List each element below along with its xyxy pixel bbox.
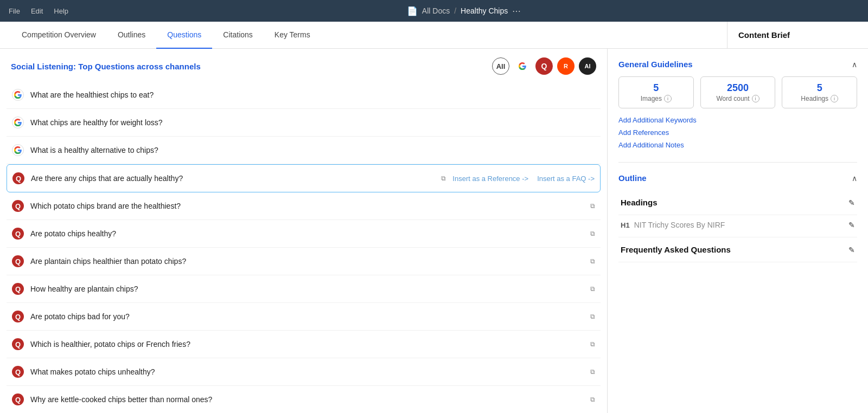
main-layout: Social Listening: Top Questions across c… [0,49,868,413]
question-item[interactable]: Q How healthy are plantain chips? ⧉ [7,275,601,303]
quora-icon: Q [12,228,24,240]
external-link-icon[interactable]: ⧉ [590,202,595,210]
quora-icon: Q [12,338,24,350]
insert-faq-button[interactable]: Insert as a FAQ -> [537,175,595,183]
stat-headings: 5 Headings i [782,76,857,108]
filter-ai[interactable]: AI [579,57,596,75]
external-link-icon[interactable]: ⧉ [590,285,595,293]
question-item[interactable]: Q Are potato chips healthy? ⧉ [7,220,601,248]
filter-google[interactable] [514,57,531,75]
headings-info-icon[interactable]: i [831,95,838,102]
filter-buttons: All Q R AI [492,57,596,75]
question-text: What makes potato chips unhealthy? [30,367,582,376]
question-item[interactable]: Q Which potato chips brand are the healt… [7,192,601,220]
question-item[interactable]: Q Are potato chips bad for you? ⧉ [7,303,601,331]
insert-reference-button[interactable]: Insert as a Reference -> [452,175,528,183]
tabbar: Competition Overview Outlines Questions … [0,22,868,49]
breadcrumb-root[interactable]: All Docs [422,7,450,15]
external-link-icon[interactable]: ⧉ [590,257,595,265]
left-panel: Social Listening: Top Questions across c… [0,49,608,413]
breadcrumb-separator: / [454,7,456,15]
tab-competition[interactable]: Competition Overview [11,22,107,49]
question-item-selected[interactable]: Q Are there any chips that are actually … [7,164,601,192]
headings-label: Headings [621,198,658,207]
edit-faq-icon[interactable]: ✎ [848,246,855,254]
general-guidelines-section: General Guidelines ∧ 5 Images i 2500 Wor… [618,60,857,149]
add-notes-link[interactable]: Add Additional Notes [618,141,857,149]
stat-images: 5 Images i [618,76,694,108]
question-text: Which potato chips brand are the healthi… [30,202,582,210]
filter-quora[interactable]: Q [535,57,553,75]
google-icon [12,89,24,101]
google-icon [12,144,24,156]
add-keywords-link[interactable]: Add Additional Keywords [618,116,857,124]
stats-row: 5 Images i 2500 Word count i 5 [618,76,857,108]
question-item[interactable]: Q What makes potato chips unhealthy? ⧉ [7,358,601,386]
outline-item-faq: Frequently Asked Questions ✎ [618,237,857,262]
quora-icon: Q [12,311,24,322]
external-link-icon[interactable]: ⧉ [590,230,595,237]
filter-all[interactable]: All [492,57,509,75]
h1-text: NIT Trichy Scores By NIRF [634,221,725,229]
menu-edit[interactable]: Edit [31,7,43,15]
question-text: Are there any chips that are actually he… [31,174,432,183]
edit-headings-icon[interactable]: ✎ [848,198,855,207]
wordcount-label: Word count i [707,95,769,102]
question-text: Which is healthier, potato chips or Fren… [30,340,582,349]
tab-outlines[interactable]: Outlines [107,22,156,49]
question-text: How healthy are plantain chips? [30,285,582,293]
edit-h1-icon[interactable]: ✎ [848,221,855,229]
question-list: What are the healthiest chips to eat? Wh… [0,81,607,413]
filter-reddit[interactable]: R [557,57,575,75]
external-link-icon[interactable]: ⧉ [590,313,595,320]
right-panel: General Guidelines ∧ 5 Images i 2500 Wor… [608,49,868,413]
general-guidelines-header: General Guidelines ∧ [618,60,857,69]
stat-wordcount: 2500 Word count i [700,76,776,108]
external-link-icon[interactable]: ⧉ [441,175,446,182]
section-header: Social Listening: Top Questions across c… [0,49,607,81]
tab-questions[interactable]: Questions [156,22,212,49]
images-label: Images i [626,95,687,102]
quora-icon: Q [12,393,24,405]
question-item[interactable]: Q Why are kettle-cooked chips better tha… [7,386,601,413]
quora-icon: Q [12,200,24,212]
outline-title: Outline [618,173,647,183]
add-references-link[interactable]: Add References [618,128,857,137]
question-item[interactable]: Q Are plantain chips healthier than pota… [7,248,601,275]
outline-item-headings: Headings ✎ [618,190,857,215]
breadcrumb-current: Healthy Chips [461,7,508,15]
headings-value: 5 [789,82,850,94]
wordcount-value: 2500 [707,82,769,94]
quora-icon: Q [12,255,24,267]
menu-file[interactable]: File [9,7,20,15]
question-text: Are potato chips healthy? [30,229,582,238]
question-text: Are plantain chips healthier than potato… [30,257,582,266]
share-icon[interactable]: ⋯ [512,6,521,16]
faq-label: Frequently Asked Questions [621,245,731,254]
content-brief-title: Content Brief [727,22,868,49]
question-item[interactable]: What chips are healthy for weight loss? [7,109,601,137]
topbar-menu: File Edit Help [9,7,68,15]
question-text: What are the healthiest chips to eat? [30,91,595,99]
question-item[interactable]: Q Which is healthier, potato chips or Fr… [7,331,601,358]
doc-icon: 📄 [407,6,418,16]
collapse-general-guidelines-button[interactable]: ∧ [852,60,857,69]
h1-badge: H1 [621,221,630,229]
external-link-icon[interactable]: ⧉ [590,340,595,348]
question-text: Are potato chips bad for you? [30,312,582,321]
outline-items: Headings ✎ H1 NIT Trichy Scores By NIRF … [618,190,857,262]
question-item[interactable]: What is a healthy alternative to chips? [7,137,601,164]
google-icon [12,117,24,128]
quora-icon: Q [12,172,24,184]
tab-citations[interactable]: Citations [212,22,263,49]
question-item[interactable]: What are the healthiest chips to eat? [7,81,601,109]
wordcount-info-icon[interactable]: i [752,95,760,102]
external-link-icon[interactable]: ⧉ [590,396,595,403]
menu-help[interactable]: Help [54,7,68,15]
external-link-icon[interactable]: ⧉ [590,368,595,376]
collapse-outline-button[interactable]: ∧ [852,174,857,183]
question-text: What chips are healthy for weight loss? [30,118,595,127]
tab-keyterms[interactable]: Key Terms [264,22,321,49]
general-guidelines-title: General Guidelines [618,60,693,69]
images-info-icon[interactable]: i [664,95,672,102]
